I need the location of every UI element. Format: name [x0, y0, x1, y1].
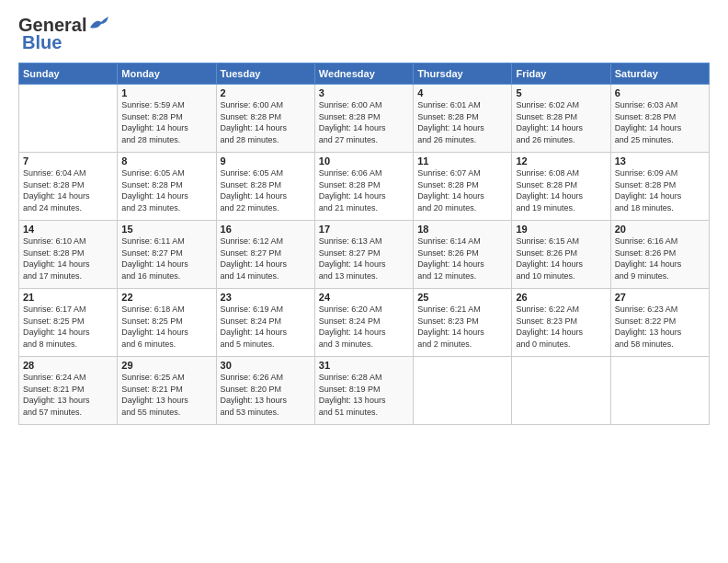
day-info: Sunrise: 6:17 AM Sunset: 8:25 PM Dayligh…	[23, 304, 113, 350]
day-number: 31	[319, 360, 409, 371]
day-info: Sunrise: 6:21 AM Sunset: 8:23 PM Dayligh…	[417, 304, 507, 350]
day-info: Sunrise: 6:07 AM Sunset: 8:28 PM Dayligh…	[417, 167, 507, 213]
day-number: 5	[516, 87, 606, 98]
calendar-cell: 21Sunrise: 6:17 AM Sunset: 8:25 PM Dayli…	[19, 289, 118, 357]
calendar-cell: 6Sunrise: 6:03 AM Sunset: 8:28 PM Daylig…	[610, 85, 709, 153]
calendar-cell: 26Sunrise: 6:22 AM Sunset: 8:23 PM Dayli…	[512, 289, 610, 357]
day-info: Sunrise: 6:00 AM Sunset: 8:28 PM Dayligh…	[319, 99, 409, 145]
day-number: 15	[121, 224, 211, 235]
calendar-cell: 31Sunrise: 6:28 AM Sunset: 8:19 PM Dayli…	[314, 357, 413, 425]
calendar-cell: 15Sunrise: 6:11 AM Sunset: 8:27 PM Dayli…	[118, 221, 216, 289]
day-number: 22	[121, 292, 211, 303]
day-info: Sunrise: 6:08 AM Sunset: 8:28 PM Dayligh…	[516, 167, 606, 213]
day-info: Sunrise: 6:04 AM Sunset: 8:28 PM Dayligh…	[23, 167, 113, 213]
day-info: Sunrise: 6:15 AM Sunset: 8:26 PM Dayligh…	[516, 236, 606, 282]
day-number: 27	[615, 292, 705, 303]
day-number: 2	[221, 87, 311, 98]
day-info: Sunrise: 6:02 AM Sunset: 8:28 PM Dayligh…	[516, 99, 606, 145]
calendar-cell: 23Sunrise: 6:19 AM Sunset: 8:24 PM Dayli…	[216, 289, 314, 357]
calendar-cell: 2Sunrise: 6:00 AM Sunset: 8:28 PM Daylig…	[216, 85, 314, 153]
calendar-cell: 13Sunrise: 6:09 AM Sunset: 8:28 PM Dayli…	[610, 153, 709, 221]
day-info: Sunrise: 6:25 AM Sunset: 8:21 PM Dayligh…	[121, 372, 211, 418]
day-info: Sunrise: 6:28 AM Sunset: 8:19 PM Dayligh…	[319, 372, 409, 418]
calendar-cell: 18Sunrise: 6:14 AM Sunset: 8:26 PM Dayli…	[414, 221, 512, 289]
day-number: 13	[615, 155, 705, 167]
day-number: 20	[615, 224, 705, 235]
day-info: Sunrise: 6:09 AM Sunset: 8:28 PM Dayligh…	[615, 167, 705, 213]
day-info: Sunrise: 6:14 AM Sunset: 8:26 PM Dayligh…	[417, 236, 507, 282]
calendar-cell: 22Sunrise: 6:18 AM Sunset: 8:25 PM Dayli…	[118, 289, 216, 357]
day-number: 7	[23, 155, 113, 167]
week-row-5: 28Sunrise: 6:24 AM Sunset: 8:21 PM Dayli…	[19, 357, 710, 425]
day-info: Sunrise: 5:59 AM Sunset: 8:28 PM Dayligh…	[121, 99, 211, 145]
day-number: 28	[23, 360, 113, 371]
calendar-cell: 11Sunrise: 6:07 AM Sunset: 8:28 PM Dayli…	[414, 153, 512, 221]
calendar-cell: 5Sunrise: 6:02 AM Sunset: 8:28 PM Daylig…	[512, 85, 610, 153]
day-header-tuesday: Tuesday	[216, 63, 314, 85]
day-number: 1	[121, 87, 211, 98]
day-info: Sunrise: 6:13 AM Sunset: 8:27 PM Dayligh…	[319, 236, 409, 282]
calendar-cell: 3Sunrise: 6:00 AM Sunset: 8:28 PM Daylig…	[314, 85, 413, 153]
day-number: 17	[319, 224, 409, 235]
calendar-cell: 4Sunrise: 6:01 AM Sunset: 8:28 PM Daylig…	[414, 85, 512, 153]
day-info: Sunrise: 6:22 AM Sunset: 8:23 PM Dayligh…	[516, 304, 606, 350]
day-number: 23	[221, 292, 311, 303]
week-row-2: 7Sunrise: 6:04 AM Sunset: 8:28 PM Daylig…	[19, 153, 710, 221]
day-info: Sunrise: 6:10 AM Sunset: 8:28 PM Dayligh…	[23, 236, 113, 282]
calendar-cell: 1Sunrise: 5:59 AM Sunset: 8:28 PM Daylig…	[118, 85, 216, 153]
calendar-cell: 25Sunrise: 6:21 AM Sunset: 8:23 PM Dayli…	[414, 289, 512, 357]
logo: General Blue	[18, 15, 108, 53]
calendar-cell: 16Sunrise: 6:12 AM Sunset: 8:27 PM Dayli…	[216, 221, 314, 289]
calendar-cell: 28Sunrise: 6:24 AM Sunset: 8:21 PM Dayli…	[19, 357, 118, 425]
calendar-cell	[19, 85, 118, 153]
calendar-cell: 30Sunrise: 6:26 AM Sunset: 8:20 PM Dayli…	[216, 357, 314, 425]
day-number: 3	[319, 87, 409, 98]
calendar-cell: 29Sunrise: 6:25 AM Sunset: 8:21 PM Dayli…	[118, 357, 216, 425]
day-info: Sunrise: 6:05 AM Sunset: 8:28 PM Dayligh…	[221, 167, 311, 213]
header: General Blue	[18, 15, 710, 53]
day-info: Sunrise: 6:23 AM Sunset: 8:22 PM Dayligh…	[615, 304, 705, 350]
calendar-cell: 7Sunrise: 6:04 AM Sunset: 8:28 PM Daylig…	[19, 153, 118, 221]
day-info: Sunrise: 6:00 AM Sunset: 8:28 PM Dayligh…	[221, 99, 311, 145]
calendar-table: SundayMondayTuesdayWednesdayThursdayFrid…	[18, 63, 710, 425]
calendar-cell: 14Sunrise: 6:10 AM Sunset: 8:28 PM Dayli…	[19, 221, 118, 289]
page-container: General Blue SundayMondayTuesdayWednesda…	[0, 0, 728, 434]
day-header-wednesday: Wednesday	[314, 63, 413, 85]
week-row-1: 1Sunrise: 5:59 AM Sunset: 8:28 PM Daylig…	[19, 85, 710, 153]
day-header-thursday: Thursday	[414, 63, 512, 85]
day-info: Sunrise: 6:20 AM Sunset: 8:24 PM Dayligh…	[319, 304, 409, 350]
day-number: 16	[221, 224, 311, 235]
day-info: Sunrise: 6:01 AM Sunset: 8:28 PM Dayligh…	[417, 99, 507, 145]
day-info: Sunrise: 6:06 AM Sunset: 8:28 PM Dayligh…	[319, 167, 409, 213]
week-row-4: 21Sunrise: 6:17 AM Sunset: 8:25 PM Dayli…	[19, 289, 710, 357]
day-number: 26	[516, 292, 606, 303]
logo-bird-icon	[88, 17, 108, 31]
calendar-cell	[610, 357, 709, 425]
calendar-cell: 24Sunrise: 6:20 AM Sunset: 8:24 PM Dayli…	[314, 289, 413, 357]
calendar-cell: 9Sunrise: 6:05 AM Sunset: 8:28 PM Daylig…	[216, 153, 314, 221]
day-number: 10	[319, 155, 409, 167]
day-header-sunday: Sunday	[19, 63, 118, 85]
day-header-saturday: Saturday	[610, 63, 709, 85]
calendar-cell: 10Sunrise: 6:06 AM Sunset: 8:28 PM Dayli…	[314, 153, 413, 221]
day-info: Sunrise: 6:19 AM Sunset: 8:24 PM Dayligh…	[221, 304, 311, 350]
day-number: 19	[516, 224, 606, 235]
day-info: Sunrise: 6:24 AM Sunset: 8:21 PM Dayligh…	[23, 372, 113, 418]
day-number: 14	[23, 224, 113, 235]
day-header-friday: Friday	[512, 63, 610, 85]
day-info: Sunrise: 6:26 AM Sunset: 8:20 PM Dayligh…	[221, 372, 311, 418]
day-info: Sunrise: 6:18 AM Sunset: 8:25 PM Dayligh…	[121, 304, 211, 350]
header-row: SundayMondayTuesdayWednesdayThursdayFrid…	[19, 63, 710, 85]
day-info: Sunrise: 6:11 AM Sunset: 8:27 PM Dayligh…	[121, 236, 211, 282]
calendar-cell: 19Sunrise: 6:15 AM Sunset: 8:26 PM Dayli…	[512, 221, 610, 289]
day-number: 4	[417, 87, 507, 98]
calendar-cell: 27Sunrise: 6:23 AM Sunset: 8:22 PM Dayli…	[610, 289, 709, 357]
day-info: Sunrise: 6:12 AM Sunset: 8:27 PM Dayligh…	[221, 236, 311, 282]
day-number: 29	[121, 360, 211, 371]
day-header-monday: Monday	[118, 63, 216, 85]
day-number: 25	[417, 292, 507, 303]
day-number: 30	[221, 360, 311, 371]
week-row-3: 14Sunrise: 6:10 AM Sunset: 8:28 PM Dayli…	[19, 221, 710, 289]
logo-blue: Blue	[22, 32, 62, 53]
day-info: Sunrise: 6:16 AM Sunset: 8:26 PM Dayligh…	[615, 236, 705, 282]
